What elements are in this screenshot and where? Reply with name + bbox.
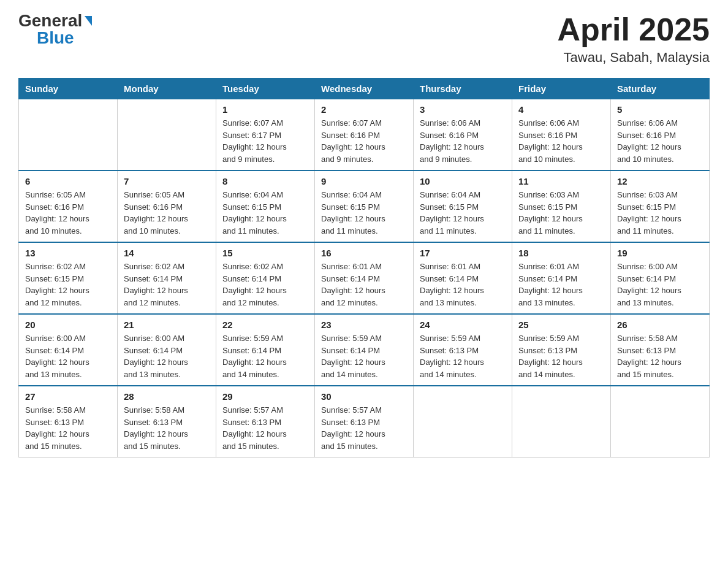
- logo-arrow-icon: [85, 16, 92, 26]
- day-number: 28: [124, 391, 210, 402]
- calendar-cell: 12Sunrise: 6:03 AMSunset: 6:15 PMDayligh…: [611, 170, 710, 242]
- calendar-cell: 17Sunrise: 6:01 AMSunset: 6:14 PMDayligh…: [414, 242, 512, 314]
- calendar-cell: 16Sunrise: 6:01 AMSunset: 6:14 PMDayligh…: [315, 242, 414, 314]
- day-info: Sunrise: 6:06 AMSunset: 6:16 PMDaylight:…: [617, 117, 703, 165]
- day-number: 8: [222, 176, 308, 186]
- day-info: Sunrise: 6:05 AMSunset: 6:16 PMDaylight:…: [124, 189, 210, 237]
- calendar-week-row: 6Sunrise: 6:05 AMSunset: 6:16 PMDaylight…: [19, 170, 710, 242]
- day-info: Sunrise: 6:00 AMSunset: 6:14 PMDaylight:…: [124, 332, 210, 380]
- day-number: 24: [420, 320, 506, 330]
- calendar-cell: [19, 99, 118, 171]
- calendar-cell: 2Sunrise: 6:07 AMSunset: 6:16 PMDaylight…: [315, 99, 414, 171]
- calendar-cell: 29Sunrise: 5:57 AMSunset: 6:13 PMDayligh…: [216, 386, 315, 458]
- calendar-cell: 3Sunrise: 6:06 AMSunset: 6:16 PMDaylight…: [414, 99, 512, 171]
- calendar-cell: [611, 386, 710, 458]
- calendar-table: SundayMondayTuesdayWednesdayThursdayFrid…: [18, 78, 710, 458]
- day-number: 13: [25, 248, 111, 258]
- calendar-cell: 7Sunrise: 6:05 AMSunset: 6:16 PMDaylight…: [118, 170, 216, 242]
- day-number: 22: [222, 320, 308, 330]
- calendar-cell: 28Sunrise: 5:58 AMSunset: 6:13 PMDayligh…: [118, 386, 216, 458]
- day-number: 4: [518, 104, 604, 115]
- day-number: 7: [124, 176, 210, 186]
- day-info: Sunrise: 5:57 AMSunset: 6:13 PMDaylight:…: [321, 404, 407, 452]
- calendar-cell: 1Sunrise: 6:07 AMSunset: 6:17 PMDaylight…: [216, 99, 315, 171]
- day-info: Sunrise: 6:00 AMSunset: 6:14 PMDaylight:…: [617, 261, 703, 308]
- header-sunday: Sunday: [19, 79, 118, 99]
- day-number: 26: [617, 320, 703, 330]
- day-info: Sunrise: 6:01 AMSunset: 6:14 PMDaylight:…: [321, 261, 407, 308]
- day-info: Sunrise: 6:04 AMSunset: 6:15 PMDaylight:…: [222, 189, 308, 237]
- day-number: 11: [518, 176, 604, 186]
- day-info: Sunrise: 5:59 AMSunset: 6:14 PMDaylight:…: [222, 332, 308, 380]
- calendar-cell: 23Sunrise: 5:59 AMSunset: 6:14 PMDayligh…: [315, 314, 414, 386]
- day-info: Sunrise: 6:04 AMSunset: 6:15 PMDaylight:…: [420, 189, 506, 237]
- day-info: Sunrise: 5:58 AMSunset: 6:13 PMDaylight:…: [124, 404, 210, 452]
- day-number: 6: [25, 176, 111, 186]
- calendar-cell: 15Sunrise: 6:02 AMSunset: 6:14 PMDayligh…: [216, 242, 315, 314]
- calendar-cell: 24Sunrise: 5:59 AMSunset: 6:13 PMDayligh…: [414, 314, 512, 386]
- day-info: Sunrise: 5:58 AMSunset: 6:13 PMDaylight:…: [25, 404, 111, 452]
- calendar-cell: 20Sunrise: 6:00 AMSunset: 6:14 PMDayligh…: [19, 314, 118, 386]
- day-info: Sunrise: 6:07 AMSunset: 6:17 PMDaylight:…: [222, 117, 308, 165]
- logo-blue-text: Blue: [37, 29, 74, 47]
- calendar-cell: 26Sunrise: 5:58 AMSunset: 6:13 PMDayligh…: [611, 314, 710, 386]
- calendar-header-row: SundayMondayTuesdayWednesdayThursdayFrid…: [19, 79, 710, 99]
- day-number: 21: [124, 320, 210, 330]
- calendar-week-row: 20Sunrise: 6:00 AMSunset: 6:14 PMDayligh…: [19, 314, 710, 386]
- logo-general-text: General: [18, 12, 82, 29]
- day-number: 9: [321, 176, 407, 186]
- day-number: 15: [222, 248, 308, 258]
- calendar-cell: 22Sunrise: 5:59 AMSunset: 6:14 PMDayligh…: [216, 314, 315, 386]
- calendar-cell: 19Sunrise: 6:00 AMSunset: 6:14 PMDayligh…: [611, 242, 710, 314]
- header-tuesday: Tuesday: [216, 79, 315, 99]
- day-info: Sunrise: 6:00 AMSunset: 6:14 PMDaylight:…: [25, 332, 111, 380]
- header-saturday: Saturday: [611, 79, 710, 99]
- day-info: Sunrise: 6:03 AMSunset: 6:15 PMDaylight:…: [617, 189, 703, 237]
- day-info: Sunrise: 6:03 AMSunset: 6:15 PMDaylight:…: [518, 189, 604, 237]
- day-number: 10: [420, 176, 506, 186]
- day-number: 19: [617, 248, 703, 258]
- day-number: 17: [420, 248, 506, 258]
- day-number: 14: [124, 248, 210, 258]
- calendar-cell: [118, 99, 216, 171]
- day-info: Sunrise: 5:58 AMSunset: 6:13 PMDaylight:…: [617, 332, 703, 380]
- day-info: Sunrise: 5:59 AMSunset: 6:14 PMDaylight:…: [321, 332, 407, 380]
- header-thursday: Thursday: [414, 79, 512, 99]
- day-info: Sunrise: 6:01 AMSunset: 6:14 PMDaylight:…: [420, 261, 506, 308]
- calendar-cell: [414, 386, 512, 458]
- calendar-cell: 4Sunrise: 6:06 AMSunset: 6:16 PMDaylight…: [512, 99, 611, 171]
- calendar-cell: 30Sunrise: 5:57 AMSunset: 6:13 PMDayligh…: [315, 386, 414, 458]
- day-number: 29: [222, 391, 308, 402]
- day-info: Sunrise: 6:07 AMSunset: 6:16 PMDaylight:…: [321, 117, 407, 165]
- calendar-cell: 10Sunrise: 6:04 AMSunset: 6:15 PMDayligh…: [414, 170, 512, 242]
- page-header: General Blue April 2025 Tawau, Sabah, Ma…: [18, 12, 710, 66]
- day-number: 16: [321, 248, 407, 258]
- day-number: 12: [617, 176, 703, 186]
- title-month-year: April 2025: [557, 12, 710, 47]
- calendar-cell: 11Sunrise: 6:03 AMSunset: 6:15 PMDayligh…: [512, 170, 611, 242]
- title-block: April 2025 Tawau, Sabah, Malaysia: [557, 12, 710, 66]
- calendar-week-row: 1Sunrise: 6:07 AMSunset: 6:17 PMDaylight…: [19, 99, 710, 171]
- calendar-cell: 8Sunrise: 6:04 AMSunset: 6:15 PMDaylight…: [216, 170, 315, 242]
- calendar-cell: 5Sunrise: 6:06 AMSunset: 6:16 PMDaylight…: [611, 99, 710, 171]
- day-info: Sunrise: 6:06 AMSunset: 6:16 PMDaylight:…: [518, 117, 604, 165]
- logo: General Blue: [18, 12, 92, 47]
- day-number: 18: [518, 248, 604, 258]
- calendar-cell: 9Sunrise: 6:04 AMSunset: 6:15 PMDaylight…: [315, 170, 414, 242]
- day-number: 20: [25, 320, 111, 330]
- header-friday: Friday: [512, 79, 611, 99]
- calendar-cell: 6Sunrise: 6:05 AMSunset: 6:16 PMDaylight…: [19, 170, 118, 242]
- day-number: 5: [617, 104, 703, 115]
- day-number: 1: [222, 104, 308, 115]
- header-wednesday: Wednesday: [315, 79, 414, 99]
- day-info: Sunrise: 6:05 AMSunset: 6:16 PMDaylight:…: [25, 189, 111, 237]
- calendar-cell: 14Sunrise: 6:02 AMSunset: 6:14 PMDayligh…: [118, 242, 216, 314]
- calendar-cell: 13Sunrise: 6:02 AMSunset: 6:15 PMDayligh…: [19, 242, 118, 314]
- calendar-week-row: 13Sunrise: 6:02 AMSunset: 6:15 PMDayligh…: [19, 242, 710, 314]
- calendar-cell: [512, 386, 611, 458]
- day-number: 3: [420, 104, 506, 115]
- calendar-cell: 27Sunrise: 5:58 AMSunset: 6:13 PMDayligh…: [19, 386, 118, 458]
- day-info: Sunrise: 6:02 AMSunset: 6:14 PMDaylight:…: [124, 261, 210, 308]
- header-monday: Monday: [118, 79, 216, 99]
- day-number: 2: [321, 104, 407, 115]
